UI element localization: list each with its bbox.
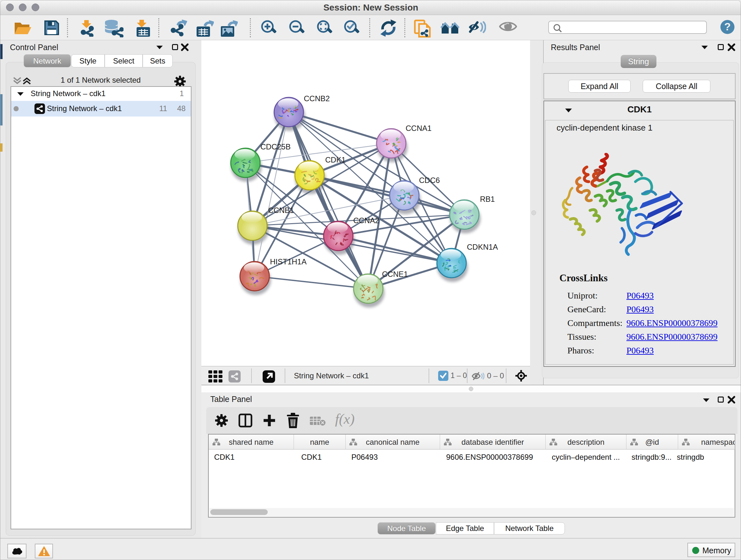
svg-text:CCNA1: CCNA1 xyxy=(406,124,431,132)
svg-text:HIST1H1A: HIST1H1A xyxy=(270,257,307,266)
svg-text:CCNB2: CCNB2 xyxy=(304,94,330,103)
svg-text:RB1: RB1 xyxy=(480,195,495,203)
svg-text:CCNB1: CCNB1 xyxy=(268,206,294,214)
svg-text:CDC25B: CDC25B xyxy=(260,142,291,151)
svg-text:CCNA2: CCNA2 xyxy=(353,216,379,225)
svg-text:CDC6: CDC6 xyxy=(419,176,440,185)
svg-text:CDKN1A: CDKN1A xyxy=(467,243,498,251)
svg-text:CDK1: CDK1 xyxy=(325,155,346,164)
svg-text:?: ? xyxy=(724,21,731,33)
svg-text:CCNE1: CCNE1 xyxy=(382,270,408,278)
